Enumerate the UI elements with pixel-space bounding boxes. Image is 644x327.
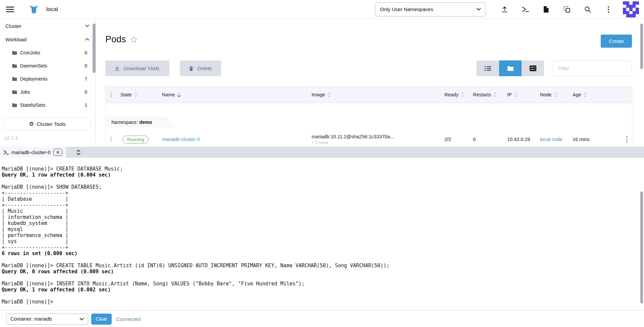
column-label: Image [312, 92, 325, 97]
panel-resize-handle[interactable] [66, 147, 91, 158]
node-link[interactable]: local-node [540, 137, 562, 142]
column-header-ip[interactable]: IP [507, 92, 540, 98]
status-badge: Running [122, 136, 149, 143]
main-scrollbar[interactable] [640, 24, 643, 69]
column-header-ready[interactable]: Ready [444, 92, 473, 98]
connection-status: Connected [116, 316, 141, 322]
sort-icon[interactable] [514, 92, 518, 98]
column-header-image[interactable]: Image [312, 92, 444, 98]
terminal-output[interactable]: MariaDB [(none)]> CREATE DATABASE Music;… [0, 158, 644, 311]
table-header: StateNameImageReadyRestartsIPNodeAge [106, 87, 632, 103]
user-avatar[interactable] [623, 1, 639, 17]
kebab-menu-icon[interactable] [598, 2, 619, 16]
header-checkbox-cell [106, 92, 120, 97]
sort-icon[interactable] [493, 92, 497, 98]
sidebar-item-statefulsets[interactable]: StatefulSets1 [0, 98, 95, 111]
column-header-restarts[interactable]: Restarts [473, 92, 507, 98]
terminal-line: | kubedb_system | [2, 220, 642, 226]
column-header-state[interactable]: State [120, 92, 162, 98]
pod-restarts: 0 [473, 137, 507, 142]
sidebar-item-cronjobs[interactable]: CronJobs0 [0, 46, 95, 59]
column-label: Name [162, 92, 175, 97]
hamburger-menu-icon[interactable] [6, 6, 14, 12]
column-header-name[interactable]: Name [162, 92, 312, 98]
close-icon[interactable] [53, 149, 62, 156]
rancher-cluster-logo[interactable] [29, 4, 39, 14]
select-all-checkbox[interactable] [111, 92, 111, 98]
namespace-group-value: demo [140, 120, 152, 125]
terminal-line: | sys | [2, 238, 642, 244]
terminal-line: | information_schema | [2, 214, 642, 220]
docs-icon[interactable] [536, 2, 556, 16]
terminal-line: MariaDB [(none)]> CREATE TABLE Music.Art… [2, 263, 642, 269]
sidebar-item-label: Jobs [20, 89, 30, 95]
terminal-line: MariaDB [(none)]> [2, 299, 642, 305]
sort-icon[interactable] [583, 92, 587, 98]
sidebar-item-deployments[interactable]: Deployments7 [0, 72, 95, 85]
clear-button[interactable]: Clear [91, 314, 112, 325]
container-select-value: Container: mariadb [10, 316, 52, 322]
sidebar-item-label: DaemonSets [20, 63, 47, 68]
search-icon[interactable] [577, 2, 598, 16]
create-button[interactable]: Create [601, 35, 632, 48]
terminal-scrollbar[interactable] [640, 191, 643, 303]
folder-icon [12, 64, 17, 68]
main-panel: Pods Create Download YAML Delete [96, 19, 644, 147]
folder-icon [12, 77, 17, 81]
column-header-age[interactable]: Age [573, 92, 621, 98]
sort-icon[interactable] [177, 92, 181, 98]
sidebar-section-label: Cluster [5, 23, 21, 29]
shell-tab[interactable]: mariadb-cluster-0 [0, 147, 66, 158]
download-yaml-button[interactable]: Download YAML [105, 60, 169, 76]
pods-table: StateNameImageReadyRestartsIPNodeAge Nam… [105, 86, 632, 147]
sort-icon[interactable] [461, 92, 464, 98]
terminal-line: 6 rows in set (0.000 sec) [2, 250, 642, 256]
kubectl-shell-icon[interactable] [515, 2, 536, 16]
upload-icon[interactable] [494, 2, 515, 16]
sort-icon[interactable] [554, 92, 557, 98]
view-grouped-button[interactable] [499, 60, 522, 76]
row-actions-kebab-icon[interactable] [621, 136, 633, 142]
sort-icon[interactable] [134, 92, 138, 98]
namespace-group-row: Namespace: demo [106, 117, 632, 127]
filter-input[interactable] [552, 60, 632, 76]
cluster-tools-label: Cluster Tools [37, 121, 65, 127]
view-table-button[interactable] [522, 60, 544, 76]
cluster-tools-button[interactable]: ⚙ Cluster Tools [4, 117, 91, 131]
sort-icon[interactable] [327, 92, 331, 98]
sidebar-item-daemonsets[interactable]: DaemonSets0 [0, 59, 95, 72]
pod-ip: 10.42.0.29 [507, 137, 540, 142]
cluster-name: local [46, 6, 58, 13]
sidebar-section-workload[interactable]: Workload [0, 33, 95, 46]
pod-image: mariadb:10.11.2@sha256:1c33370a... [312, 134, 444, 139]
terminal-line: +--------------------+ [2, 190, 642, 196]
terminal-line [2, 275, 642, 281]
version-label: v2.7.1 [4, 135, 18, 141]
container-select[interactable]: Container: mariadb [6, 314, 88, 325]
top-header: local Only User Namespaces [0, 0, 644, 19]
shell-tab-icon [3, 150, 9, 155]
column-header-node[interactable]: Node [540, 92, 573, 98]
sidebar-item-jobs[interactable]: Jobs0 [0, 85, 95, 98]
trash-icon [189, 66, 194, 71]
delete-button[interactable]: Delete [180, 60, 221, 76]
row-checkbox[interactable] [111, 136, 111, 142]
table-row: Runningmariadb-cluster-0mariadb:10.11.2@… [106, 127, 632, 147]
sidebar-item-count: 7 [85, 76, 87, 82]
folder-icon [12, 103, 17, 107]
sidebar-item-count: 1 [85, 102, 87, 108]
import-yaml-icon[interactable] [556, 2, 577, 16]
view-list-button[interactable] [477, 60, 499, 76]
terminal-line: MariaDB [(none)]> INSERT INTO Music.Arti… [2, 281, 642, 287]
namespace-filter-dropdown[interactable]: Only User Namespaces [375, 2, 486, 16]
favorite-star-icon[interactable] [130, 36, 138, 43]
pod-name-link[interactable]: mariadb-cluster-0 [162, 137, 200, 142]
namespace-group-tab: Namespace: demo [106, 117, 176, 127]
sidebar-scrollbar[interactable] [93, 24, 96, 73]
terminal-line: | Music | [2, 208, 642, 214]
sidebar-section-cluster[interactable]: Cluster [0, 19, 95, 33]
column-label: State [120, 92, 132, 97]
sidebar-item-label: Deployments [20, 76, 48, 82]
pod-age: 16 mins [573, 137, 621, 142]
shell-panel: mariadb-cluster-0 MariaDB [(none)]> CREA… [0, 147, 644, 327]
